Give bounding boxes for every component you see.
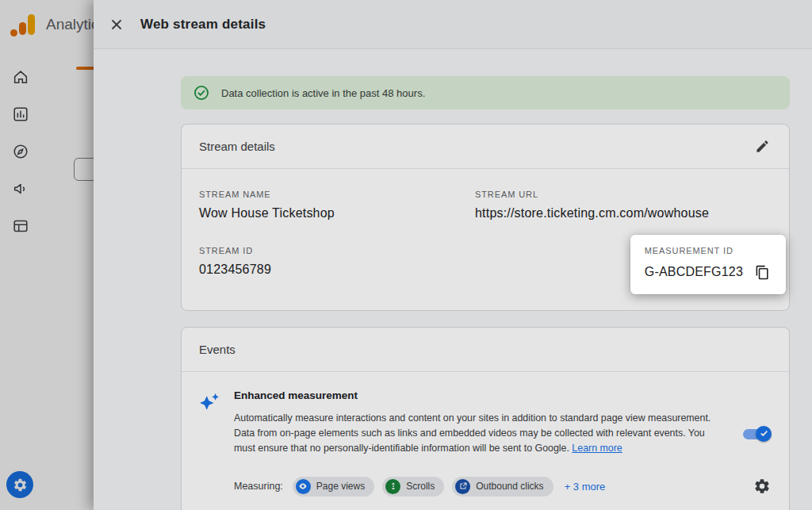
enhanced-measurement-content: Enhanced measurement Automatically measu… xyxy=(234,389,772,497)
events-card: Events Enhanced measurement Automaticall… xyxy=(181,327,790,510)
screen: Analytics Web stream details xyxy=(0,0,812,510)
card-title: Stream details xyxy=(199,140,275,153)
description-text: Automatically measure interactions and c… xyxy=(234,412,710,454)
chip-page-views: Page views xyxy=(293,477,374,497)
panel-header: Web stream details xyxy=(94,0,812,49)
pencil-icon xyxy=(755,139,770,154)
close-icon[interactable] xyxy=(106,14,127,35)
field-value: Wow House Ticketshop xyxy=(199,206,475,220)
field-label: STREAM NAME xyxy=(199,190,475,199)
panel-title: Web stream details xyxy=(140,17,266,33)
scroll-arrows-icon xyxy=(385,479,400,494)
check-circle-icon xyxy=(193,85,209,101)
chip-label: Scrolls xyxy=(406,481,435,492)
edit-button[interactable] xyxy=(753,137,772,156)
more-events-link[interactable]: + 3 more xyxy=(565,481,606,493)
stream-details-card-header: Stream details xyxy=(182,125,789,169)
stream-details-card: Stream details STREAM NAME Wow House Tic… xyxy=(181,124,790,311)
stream-url-field: STREAM URL https://store.ticketing.cm.co… xyxy=(475,190,772,220)
toggle-check-icon xyxy=(756,426,772,442)
learn-more-link[interactable]: Learn more xyxy=(572,443,622,454)
chip-label: Page views xyxy=(316,481,365,492)
measurement-id-field-highlighted: MEASUREMENT ID G-ABCDEFG123 xyxy=(630,235,786,294)
field-label: MEASUREMENT ID xyxy=(645,246,772,255)
outbound-click-icon xyxy=(455,479,470,494)
chip-label: Outbound clicks xyxy=(476,481,543,492)
sparkle-icon xyxy=(199,389,221,497)
data-collection-status-banner: Data collection is active in the past 48… xyxy=(181,76,790,109)
panel-body: Data collection is active in the past 48… xyxy=(94,49,812,510)
banner-text: Data collection is active in the past 48… xyxy=(221,87,425,99)
measuring-row: Measuring: Page views xyxy=(234,477,772,497)
web-stream-details-panel: Web stream details Data collection is ac… xyxy=(94,0,812,510)
enhanced-measurement-description: Automatically measure interactions and c… xyxy=(234,411,721,457)
enhanced-measurement-toggle[interactable] xyxy=(741,426,772,442)
chip-outbound-clicks: Outbound clicks xyxy=(452,477,553,497)
enhanced-measurement-section: Enhanced measurement Automatically measu… xyxy=(182,372,789,510)
field-value: 0123456789 xyxy=(199,263,475,277)
field-value: https://store.ticketing.cm.com/wowhouse xyxy=(475,206,772,220)
enhanced-measurement-title: Enhanced measurement xyxy=(234,389,772,401)
gear-icon xyxy=(753,477,771,495)
stream-details-fields: STREAM NAME Wow House Ticketshop STREAM … xyxy=(182,169,789,310)
stream-id-field: STREAM ID 0123456789 xyxy=(199,246,475,282)
field-label: STREAM URL xyxy=(475,190,772,199)
measuring-label: Measuring: xyxy=(234,481,283,492)
stream-name-field: STREAM NAME Wow House Ticketshop xyxy=(199,190,475,220)
copy-icon xyxy=(755,265,770,280)
chip-scrolls: Scrolls xyxy=(382,477,444,497)
events-card-header: Events xyxy=(182,328,789,372)
measurement-id-value: G-ABCDEFG123 xyxy=(645,265,743,279)
eye-icon xyxy=(296,479,311,494)
field-label: STREAM ID xyxy=(199,246,475,255)
enhanced-measurement-settings-button[interactable] xyxy=(753,477,772,496)
copy-button[interactable] xyxy=(753,263,772,282)
card-title: Events xyxy=(199,343,236,356)
